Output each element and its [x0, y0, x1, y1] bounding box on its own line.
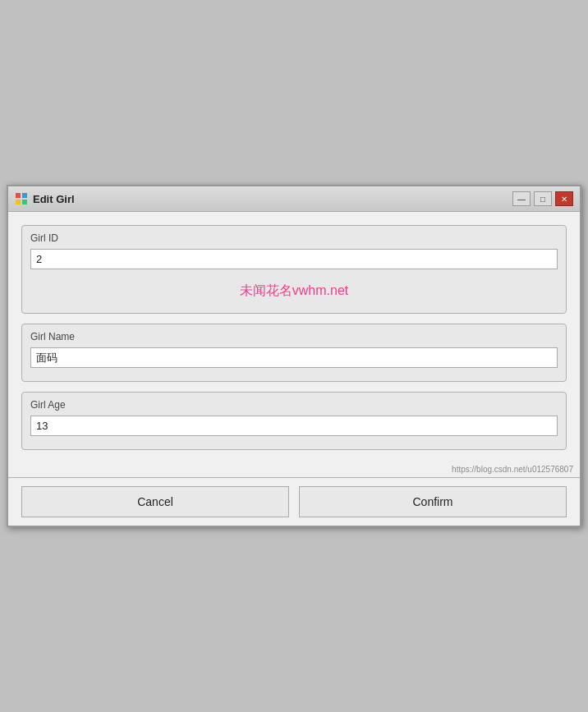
footer-url: https://blog.csdn.net/u012576807: [8, 463, 580, 477]
button-bar: Cancel Confirm: [8, 477, 580, 526]
confirm-button[interactable]: Confirm: [299, 486, 567, 517]
girl-id-label: Girl ID: [30, 232, 558, 244]
girl-name-group: Girl Name: [21, 324, 567, 382]
window-controls: — □ ✕: [512, 191, 573, 206]
title-bar-left: Edit Girl: [15, 192, 75, 205]
close-button[interactable]: ✕: [555, 191, 573, 206]
maximize-button[interactable]: □: [534, 191, 552, 206]
watermark-text: 未闻花名vwhm.net: [240, 283, 348, 297]
girl-name-input[interactable]: [30, 347, 558, 368]
girl-id-input[interactable]: [30, 249, 558, 269]
app-icon: [15, 192, 28, 205]
minimize-button[interactable]: —: [512, 191, 531, 206]
window-content: Girl ID 未闻花名vwhm.net Girl Name Girl Age: [8, 212, 580, 463]
girl-age-group: Girl Age: [21, 392, 567, 450]
cancel-button[interactable]: Cancel: [21, 486, 289, 517]
watermark-area: 未闻花名vwhm.net: [30, 283, 558, 300]
window-title: Edit Girl: [33, 193, 75, 205]
girl-name-label: Girl Name: [30, 331, 558, 342]
edit-girl-window: Edit Girl — □ ✕ Girl ID 未闻花名vwhm.net Gir…: [7, 185, 581, 527]
title-bar: Edit Girl — □ ✕: [8, 186, 580, 212]
girl-age-label: Girl Age: [30, 399, 558, 411]
girl-id-group: Girl ID 未闻花名vwhm.net: [21, 225, 567, 314]
girl-age-input[interactable]: [30, 416, 558, 436]
